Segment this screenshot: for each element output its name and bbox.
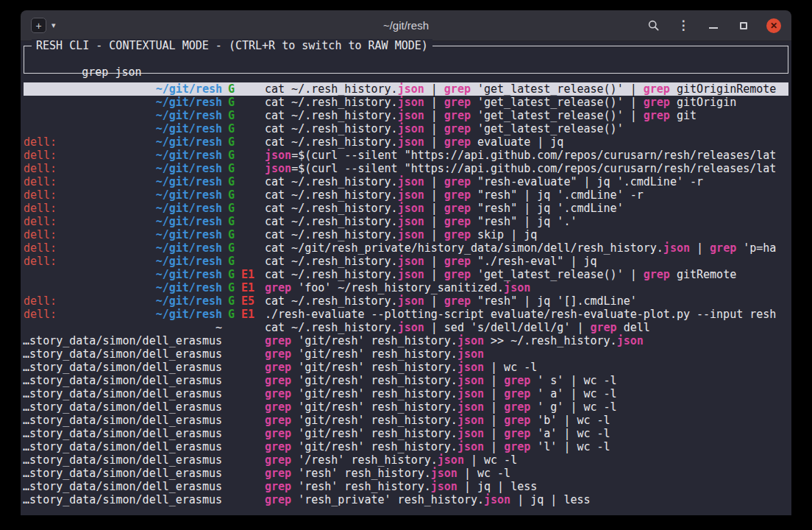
row-host: dell:: [24, 241, 57, 255]
close-button[interactable]: ✕: [766, 18, 781, 33]
row-directory: …story_data/simon/dell_erasmus: [23, 467, 222, 480]
history-row[interactable]: dell:~/git/reshGjson=$(curl --silent "ht…: [24, 162, 788, 175]
row-command: cat ~/.resh_history.json | grep 'get_lat…: [265, 109, 788, 122]
row-directory: …story_data/simon/dell_erasmus: [23, 414, 222, 427]
history-row[interactable]: dell:~/git/reshG E1./resh-evaluate --plo…: [24, 308, 788, 321]
history-row[interactable]: ~/git/reshGcat ~/.resh_history.json | gr…: [24, 122, 788, 135]
row-context: dell:~/git/resh: [24, 294, 222, 308]
row-context: …story_data/simon/dell_erasmus: [24, 374, 222, 387]
history-row[interactable]: ~/git/reshG E1cat ~/.resh_history.json |…: [24, 268, 788, 281]
row-host: dell:: [24, 135, 57, 149]
row-flags: G E1: [228, 281, 263, 294]
row-flags: [228, 400, 263, 414]
history-row[interactable]: ~cat ~/.resh_history.json | sed 's/dell/…: [24, 321, 788, 334]
row-context: …story_data/simon/dell_erasmus: [24, 387, 222, 400]
history-row[interactable]: …story_data/simon/dell_erasmusgrep 'resh…: [24, 480, 788, 493]
row-command: grep 'resh_private' resh_history.json | …: [265, 493, 788, 506]
row-flags: G: [228, 149, 263, 162]
row-command: grep 'resh' resh_history.json | jq | les…: [265, 480, 788, 493]
row-context: …story_data/simon/dell_erasmus: [24, 440, 222, 453]
row-flags: [228, 440, 263, 453]
history-row[interactable]: …story_data/simon/dell_erasmusgrep 'git/…: [24, 440, 788, 453]
history-row[interactable]: dell:~/git/reshG E5cat ~/.resh_history.j…: [24, 294, 788, 308]
exit-code-flag: E1: [235, 308, 254, 321]
restore-icon: [740, 22, 747, 29]
history-row[interactable]: dell:~/git/reshGcat ~/.resh_history.json…: [24, 188, 788, 202]
row-context: ~/git/resh: [24, 281, 222, 294]
row-directory: ~/git/resh: [156, 122, 222, 135]
history-row[interactable]: …story_data/simon/dell_erasmusgrep 'resh…: [24, 493, 788, 506]
row-command: grep 'git/resh' resh_history.json | grep…: [265, 400, 788, 414]
history-row[interactable]: …story_data/simon/dell_erasmusgrep 'git/…: [24, 414, 788, 427]
history-row[interactable]: dell:~/git/reshGcat ~/.resh_history.json…: [24, 135, 788, 149]
row-directory: ~/git/resh: [156, 202, 222, 215]
query-text: grep json: [82, 66, 141, 79]
row-directory: …story_data/simon/dell_erasmus: [23, 387, 222, 400]
chevron-down-icon[interactable]: ▾: [51, 21, 56, 30]
row-directory: ~/git/resh: [156, 82, 222, 96]
row-flags: G E1: [228, 308, 263, 321]
git-flag: G: [228, 162, 235, 175]
row-context: dell:~/git/resh: [24, 215, 222, 228]
history-row[interactable]: dell:~/git/reshGcat ~/.resh_history.json…: [24, 228, 788, 241]
row-context: …story_data/simon/dell_erasmus: [24, 334, 222, 347]
menu-button[interactable]: ⋮: [676, 18, 691, 33]
row-directory: ~/git/resh: [156, 162, 222, 175]
row-directory: …story_data/simon/dell_erasmus: [23, 440, 222, 453]
row-command: grep 'git/resh' resh_history.json | grep…: [265, 427, 788, 440]
history-row[interactable]: …story_data/simon/dell_erasmusgrep 'git/…: [24, 334, 788, 347]
row-context: dell:~/git/resh: [24, 202, 222, 215]
row-command: grep 'git/resh' resh_history.json | grep…: [265, 387, 788, 400]
git-flag: G: [228, 241, 235, 255]
row-directory: ~/git/resh: [156, 268, 222, 281]
history-row[interactable]: dell:~/git/reshGcat ~/.resh_history.json…: [24, 175, 788, 188]
row-command: grep 'git/resh' resh_history.json | wc -…: [265, 361, 788, 374]
history-row[interactable]: …story_data/simon/dell_erasmusgrep 'git/…: [24, 374, 788, 387]
row-command: cat ~/.resh_history.json | grep "resh" |…: [265, 188, 788, 202]
search-button[interactable]: [646, 18, 660, 33]
row-directory: ~/git/resh: [156, 96, 222, 109]
row-flags: [228, 387, 263, 400]
row-directory: …story_data/simon/dell_erasmus: [23, 453, 222, 467]
history-row[interactable]: …story_data/simon/dell_erasmusgrep 'git/…: [24, 427, 788, 440]
titlebar-controls: ⋮ ✕: [646, 18, 781, 33]
history-row[interactable]: …story_data/simon/dell_erasmusgrep 'git/…: [24, 347, 788, 361]
row-command: ./resh-evaluate --plotting-script evalua…: [265, 308, 788, 321]
history-row[interactable]: dell:~/git/reshGcat ~/.resh_history.json…: [24, 215, 788, 228]
row-directory: ~/git/resh: [156, 215, 222, 228]
row-command: cat ~/.resh_history.json | grep 'get_lat…: [265, 268, 788, 281]
close-icon: ✕: [770, 21, 777, 30]
terminal-window: + ▾ ~/git/resh ⋮ ✕ RES: [21, 10, 791, 515]
git-flag: G: [228, 255, 235, 268]
history-row[interactable]: …story_data/simon/dell_erasmusgrep 'resh…: [24, 467, 788, 480]
git-flag: G: [228, 202, 235, 215]
terminal-content: RESH CLI - CONTEXTUAL MODE - (CTRL+R to …: [21, 41, 791, 515]
history-row[interactable]: …story_data/simon/dell_erasmusgrep 'git/…: [24, 361, 788, 374]
history-row[interactable]: dell:~/git/reshGcat ~/git/resh_private/h…: [24, 241, 788, 255]
restore-button[interactable]: [736, 18, 751, 33]
row-directory: …story_data/simon/dell_erasmus: [23, 427, 222, 440]
row-host: dell:: [24, 255, 57, 268]
history-row[interactable]: …story_data/simon/dell_erasmusgrep 'git/…: [24, 387, 788, 400]
row-command: grep 'foo' ~/resh_history_sanitized.json: [265, 281, 788, 294]
new-tab-button[interactable]: +: [31, 18, 46, 33]
row-context: ~/git/resh: [24, 109, 222, 122]
history-row[interactable]: ~/git/reshG E1grep 'foo' ~/resh_history_…: [24, 281, 788, 294]
minimize-button[interactable]: [706, 18, 721, 33]
history-row[interactable]: …story_data/simon/dell_erasmusgrep 'git/…: [24, 400, 788, 414]
row-context: dell:~/git/resh: [24, 188, 222, 202]
history-row[interactable]: ~/git/reshGcat ~/.resh_history.json | gr…: [24, 96, 788, 109]
history-row[interactable]: …story_data/simon/dell_erasmusgrep '/res…: [24, 453, 788, 467]
row-directory: ~: [216, 321, 222, 334]
row-directory: ~/git/resh: [156, 281, 222, 294]
row-context: dell:~/git/resh: [24, 135, 222, 149]
history-row[interactable]: dell:~/git/reshGcat ~/.resh_history.json…: [24, 202, 788, 215]
row-command: cat ~/.resh_history.json | grep 'get_lat…: [265, 96, 788, 109]
row-context: dell:~/git/resh: [24, 308, 222, 321]
history-row[interactable]: dell:~/git/reshGjson=$(curl --silent "ht…: [24, 149, 788, 162]
exit-code-flag: E1: [235, 281, 254, 294]
history-row[interactable]: dell:~/git/reshGcat ~/.resh_history.json…: [24, 255, 788, 268]
row-directory: ~/git/resh: [156, 294, 222, 308]
row-directory: …story_data/simon/dell_erasmus: [23, 334, 222, 347]
history-row[interactable]: ~/git/reshGcat ~/.resh_history.json | gr…: [24, 109, 788, 122]
